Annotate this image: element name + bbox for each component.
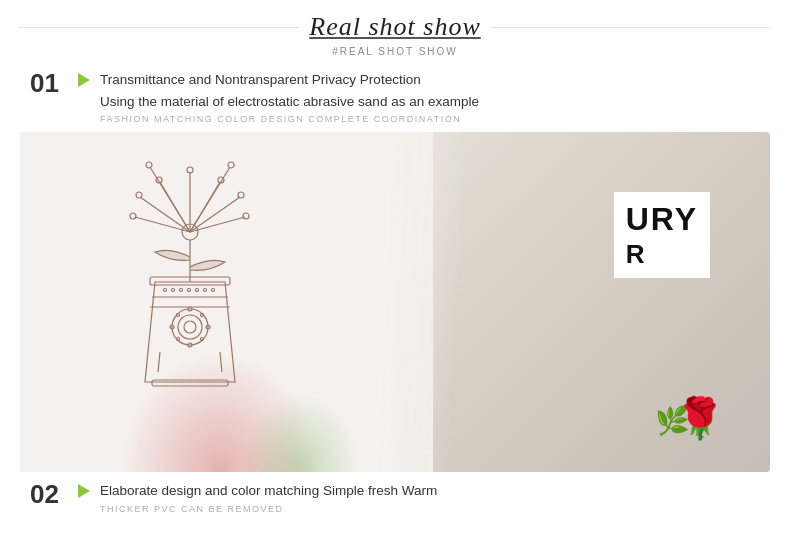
dotted-line-left [20, 27, 299, 28]
svg-point-21 [172, 309, 208, 345]
svg-rect-32 [152, 380, 228, 386]
page-wrapper: Real shot show #REAL SHOT SHOW 01 Transm… [0, 0, 790, 560]
triangle-icon-02 [78, 484, 90, 498]
triangle-icon-01 [78, 73, 90, 87]
svg-point-16 [228, 162, 234, 168]
section-number-02: 02 [30, 480, 68, 509]
svg-line-42 [158, 352, 160, 372]
dotted-line-right [491, 27, 770, 28]
tury-line1: URY [626, 200, 698, 238]
section-number-01: 01 [30, 69, 68, 98]
section-01-sub: FASHION MATCHING COLOR DESIGN COMPLETE C… [100, 114, 479, 124]
svg-point-12 [130, 213, 136, 219]
svg-point-28 [177, 314, 180, 317]
svg-point-37 [180, 289, 183, 292]
svg-point-38 [188, 289, 191, 292]
svg-point-15 [243, 213, 249, 219]
page-title: Real shot show [309, 12, 480, 42]
header-section: Real shot show [0, 0, 790, 46]
svg-point-40 [204, 289, 207, 292]
tury-sign: URY R [614, 192, 710, 278]
svg-point-36 [172, 289, 175, 292]
svg-line-2 [140, 197, 190, 232]
svg-point-29 [201, 314, 204, 317]
section-01-main-line1: Transmittance and Nontransparent Privacy… [100, 69, 479, 91]
svg-point-39 [196, 289, 199, 292]
svg-point-11 [136, 192, 142, 198]
tury-line2: R [626, 239, 698, 270]
svg-point-30 [177, 338, 180, 341]
section-02: 02 Elaborate design and color matching S… [0, 472, 790, 518]
section-02-text: Elaborate design and color matching Simp… [100, 480, 437, 514]
section-01: 01 Transmittance and Nontransparent Priv… [0, 67, 790, 132]
section-02-sub: THICKER PVC CAN BE REMOVED [100, 504, 437, 514]
product-image: URY R 🌿 🌹 [20, 132, 770, 472]
svg-point-17 [146, 162, 152, 168]
page-subtitle: #REAL SHOT SHOW [0, 46, 790, 57]
svg-point-35 [164, 289, 167, 292]
rose-decoration: 🌹 [675, 395, 725, 442]
svg-point-31 [201, 338, 204, 341]
svg-point-22 [178, 315, 202, 339]
section-01-main-line2: Using the material of electrostatic abra… [100, 91, 479, 113]
svg-line-43 [220, 352, 222, 372]
svg-point-41 [212, 289, 215, 292]
svg-point-23 [184, 321, 196, 333]
svg-point-14 [238, 192, 244, 198]
section-01-text: Transmittance and Nontransparent Privacy… [100, 69, 479, 124]
cup-drawing [80, 152, 300, 442]
svg-line-5 [190, 197, 240, 232]
section-02-main: Elaborate design and color matching Simp… [100, 480, 437, 502]
